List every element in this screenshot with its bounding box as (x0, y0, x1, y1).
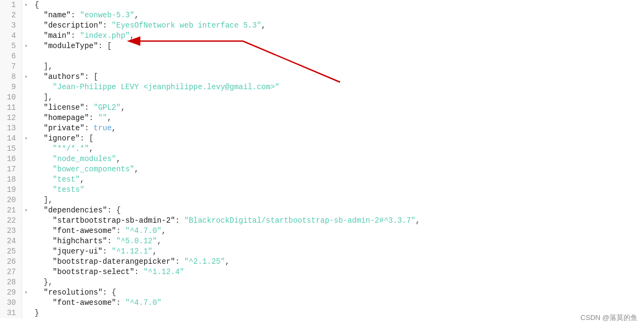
line-content: "font-awesome": "^4.7.0", (30, 226, 644, 236)
fold-arrow (22, 308, 30, 318)
line-content: "authors": [ (30, 72, 644, 82)
table-row: 9 "Jean-Philippe LEVY <jeanphilippe.levy… (0, 82, 644, 92)
fold-arrow: ▾ (22, 0, 30, 10)
code-segment (35, 237, 53, 245)
code-segment: , (80, 175, 84, 184)
code-segment: , (161, 226, 166, 235)
fold-arrow (22, 236, 30, 246)
code-segment: , (134, 165, 139, 173)
code-segment: ], (35, 196, 53, 204)
code-segment: ], (35, 62, 53, 71)
fold-arrow (22, 164, 30, 175)
code-table: 1▾{2 "name": "eonweb-5.3",3 "description… (0, 0, 644, 318)
code-segment: : (107, 237, 116, 245)
code-segment: "highcharts" (53, 237, 107, 245)
line-content: "Jean-Philippe LEVY <jeanphilippe.levy@g… (30, 82, 644, 92)
line-content: "**/*.*", (30, 144, 644, 154)
table-row: 15 "**/*.*", (0, 144, 644, 154)
code-segment (35, 11, 44, 19)
fold-arrow (22, 21, 30, 31)
code-segment (35, 216, 53, 225)
table-row: 8▾ "authors": [ (0, 72, 644, 82)
line-content: }, (30, 277, 644, 288)
code-segment: "" (98, 114, 107, 122)
code-segment: , (116, 155, 120, 163)
code-segment (35, 247, 53, 256)
code-segment: : [ (80, 134, 93, 143)
line-number: 15 (0, 144, 22, 154)
table-row: 16 "node_modules", (0, 154, 644, 164)
line-number: 5 (0, 41, 22, 51)
code-segment: "license" (44, 103, 85, 112)
line-content: "font-awesome": "^4.7.0" (30, 298, 644, 308)
line-content: "description": "EyesOfNetwork web interf… (30, 21, 644, 31)
code-segment: , (134, 11, 139, 19)
code-segment: : [ (98, 42, 112, 50)
line-number: 12 (0, 113, 22, 123)
table-row: 4 "main": "index.php", (0, 31, 644, 41)
fold-arrow (22, 10, 30, 21)
table-row: 29▾ "resolutions": { (0, 288, 644, 298)
code-segment: "tests" (53, 185, 85, 194)
code-segment: }, (35, 278, 53, 286)
line-number: 17 (0, 164, 22, 175)
line-number: 10 (0, 92, 22, 103)
fold-arrow (22, 144, 30, 154)
line-content (30, 51, 644, 62)
line-content: "main": "index.php", (30, 31, 644, 41)
code-segment: , (261, 21, 266, 30)
line-content: "ignore": [ (30, 134, 644, 144)
line-content: ], (30, 62, 644, 72)
fold-arrow (22, 51, 30, 62)
line-content: ], (30, 92, 644, 103)
code-segment: , (157, 237, 161, 245)
code-segment: "^5.0.12" (116, 237, 157, 245)
table-row: 30 "font-awesome": "^4.7.0" (0, 298, 644, 308)
code-segment (35, 31, 44, 40)
line-number: 14 (0, 134, 22, 144)
fold-arrow (22, 257, 30, 267)
line-content: } (30, 308, 644, 318)
code-segment: "^1.12.1" (112, 247, 153, 256)
code-segment (35, 288, 44, 297)
code-segment: , (225, 257, 229, 266)
code-segment: , (152, 247, 157, 256)
fold-arrow (22, 185, 30, 195)
code-segment (35, 83, 53, 91)
code-segment: "resolutions" (44, 288, 103, 297)
table-row: 22 "startbootstrap-sb-admin-2": "Blackro… (0, 216, 644, 226)
fold-arrow (22, 103, 30, 113)
code-segment: "^4.7.0" (125, 298, 161, 307)
code-segment: : (134, 268, 144, 276)
code-segment: : (84, 103, 93, 112)
line-number: 9 (0, 82, 22, 92)
code-segment: "font-awesome" (53, 226, 117, 235)
fold-arrow (22, 31, 30, 41)
code-segment: : (175, 257, 184, 266)
code-segment: , (416, 216, 420, 225)
table-row: 5▾ "moduleType": [ (0, 41, 644, 51)
line-number: 20 (0, 195, 22, 205)
fold-arrow (22, 216, 30, 226)
line-number: 3 (0, 21, 22, 31)
fold-arrow: ▾ (22, 288, 30, 298)
line-content: "test", (30, 175, 644, 185)
line-number: 25 (0, 246, 22, 257)
line-content: "dependencies": { (30, 205, 644, 216)
code-segment: : { (107, 206, 120, 215)
code-segment: "font-awesome" (53, 298, 117, 307)
code-segment: "^4.7.0" (125, 226, 161, 235)
line-content: "private": true, (30, 123, 644, 134)
table-row: 2 "name": "eonweb-5.3", (0, 10, 644, 21)
line-number: 16 (0, 154, 22, 164)
code-segment: "bower_components" (53, 165, 134, 173)
code-segment (35, 268, 53, 276)
code-segment (35, 185, 53, 194)
code-segment: "main" (44, 31, 71, 40)
line-content: "bootstrap-select": "^1.12.4" (30, 267, 644, 277)
fold-arrow (22, 92, 30, 103)
code-segment: "jquery-ui" (53, 247, 103, 256)
fold-arrow (22, 277, 30, 288)
watermark: CSDN @落莫的鱼 (580, 313, 638, 323)
code-segment: true (93, 124, 112, 132)
